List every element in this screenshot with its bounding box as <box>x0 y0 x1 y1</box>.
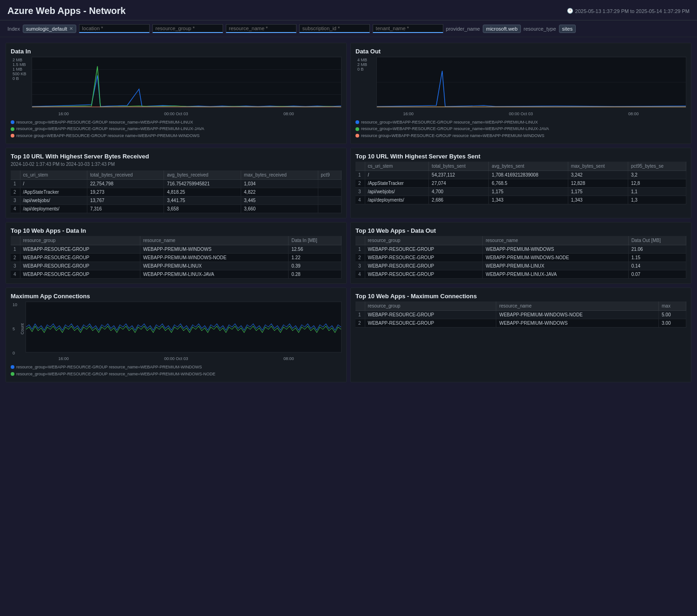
resource-type-tag[interactable]: sites <box>559 25 576 33</box>
data-in-panel: Data In 2 MB 1.5 MB 1 MB 500 KB 0 B <box>6 43 347 144</box>
legend-dot-out-2 <box>355 127 359 131</box>
subscription-id-input[interactable] <box>299 24 370 33</box>
col-num <box>355 301 365 311</box>
table-header-row: resource_group resource_name max <box>355 301 686 311</box>
col-resource-group: resource_group <box>20 236 140 245</box>
col-total-bytes-sent: total_bytes_sent <box>429 162 489 171</box>
pct95: 1,1 <box>628 188 686 196</box>
legend-dot-out-3 <box>355 134 359 138</box>
top10-max-connections-table: resource_group resource_name max 1 WEBAP… <box>355 301 686 328</box>
index-tag[interactable]: sumologic_default ✕ <box>23 25 76 33</box>
total-bytes-sent: 27,074 <box>429 179 489 188</box>
legend-dot-1 <box>11 120 14 124</box>
top10-url-received-title: Top 10 URL With Highest Server Bytes Rec… <box>11 153 342 160</box>
index-tag-close[interactable]: ✕ <box>69 26 73 31</box>
table-row: 2 WEBAPP-RESOURCE-GROUP WEBAPP-PREMIUM-W… <box>11 254 342 262</box>
table-row: 3 WEBAPP-RESOURCE-GROUP WEBAPP-PREMIUM-L… <box>11 262 342 270</box>
resource-group-input[interactable] <box>152 24 223 33</box>
top10-max-connections-title: Top 10 Web Apps - Maximum Connections <box>355 293 686 300</box>
pct <box>318 197 341 205</box>
resource-name: WEBAPP-PREMIUM-WINDOWS <box>140 245 288 254</box>
max-conn-legend: resource_group=WEBAPP-RESOURCE-GROUP res… <box>11 364 342 377</box>
data-out-x-labels: 16:00 00:00 Oct 03 08:00 <box>355 111 686 116</box>
main-content: Data In 2 MB 1.5 MB 1 MB 500 KB 0 B <box>0 37 697 388</box>
row-num: 3 <box>355 262 365 270</box>
top10-url-received-panel: Top 10 URL With Highest Server Bytes Rec… <box>6 148 347 218</box>
provider-name-tag[interactable]: microsoft.web <box>483 25 521 33</box>
row-num: 1 <box>355 311 365 319</box>
col-data-out: Data Out [MB] <box>628 236 686 245</box>
col-num <box>355 236 365 245</box>
pct <box>318 205 341 213</box>
table-header-row: cs_uri_stem total_bytes_sent avg_bytes_s… <box>355 162 686 171</box>
row-num: 1 <box>11 180 20 188</box>
cs-uri-stem: /api/deployments/ <box>365 196 429 204</box>
row-num: 2 <box>355 254 365 262</box>
row-num: 1 <box>11 245 20 254</box>
table-row: 4 WEBAPP-RESOURCE-GROUP WEBAPP-PREMIUM-L… <box>11 270 342 279</box>
location-input[interactable] <box>79 24 150 33</box>
resource-name: WEBAPP-PREMIUM-LINUX-JAVA <box>140 270 288 279</box>
row-num: 4 <box>355 196 365 204</box>
col-resource-name: resource_name <box>140 236 288 245</box>
legend-dot-conn-2 <box>11 372 14 376</box>
resource-group: WEBAPP-RESOURCE-GROUP <box>365 262 483 270</box>
top10-url-received-subtitle: 2024-10-02 1:37:43 PM to 2024-10-03 1:37… <box>11 162 342 167</box>
avg-bytes-sent: 1,175 <box>489 188 568 196</box>
row-num: 4 <box>355 270 365 279</box>
table-header-row: cs_uri_stem total_bytes_received avg_byt… <box>11 170 342 180</box>
max-bytes: 1,034 <box>241 180 318 188</box>
cs-uri-stem: /api/webjobs/ <box>365 188 429 196</box>
row-num: 2 <box>11 188 20 197</box>
table-row: 1 WEBAPP-RESOURCE-GROUP WEBAPP-PREMIUM-W… <box>355 245 686 254</box>
table-row: 4 /api/deployments/ 2,686 1,343 1,343 1,… <box>355 196 686 204</box>
max-val: 3.00 <box>659 319 686 328</box>
avg-bytes: 3,658 <box>164 205 241 213</box>
resource-group: WEBAPP-RESOURCE-GROUP <box>365 245 483 254</box>
total-bytes: 19,273 <box>87 188 164 197</box>
max-bytes: 3,445 <box>241 197 318 205</box>
col-max: max <box>659 301 686 311</box>
table-row: 4 /api/deployments/ 7,316 3,658 3,660 <box>11 205 342 213</box>
data-in-legend: resource_group=WEBAPP-RESOURCE-GROUP res… <box>11 119 342 139</box>
col-num <box>11 170 20 180</box>
max-bytes-sent: 1,175 <box>568 188 628 196</box>
cs-uri-stem: / <box>20 180 87 188</box>
clock-icon: 🕐 <box>567 8 573 14</box>
pct95: 12,8 <box>628 179 686 188</box>
data-out-val: 21.06 <box>628 245 686 254</box>
col-cs-uri-stem: cs_uri_stem <box>365 162 429 171</box>
avg-bytes: 4,818.25 <box>164 188 241 197</box>
resource-group: WEBAPP-RESOURCE-GROUP <box>20 270 140 279</box>
resource-group: WEBAPP-RESOURCE-GROUP <box>20 245 140 254</box>
table-row: 3 /api/webjobs/ 4,700 1,175 1,175 1,1 <box>355 188 686 196</box>
page-header: Azure Web Apps - Network 🕐 2025-05-13 1:… <box>0 0 697 20</box>
row-num: 2 <box>355 319 365 328</box>
resource-name: WEBAPP-PREMIUM-WINDOWS-NODE <box>496 311 659 319</box>
data-out-panel: Data Out 4 MB 2 MB 0 B 16:00 00:00 Oc <box>350 43 691 144</box>
resource-name: WEBAPP-PREMIUM-WINDOWS-NODE <box>483 254 628 262</box>
col-data-in: Data In [MB] <box>289 236 342 245</box>
pct <box>318 180 341 188</box>
resource-name: WEBAPP-PREMIUM-WINDOWS-NODE <box>140 254 288 262</box>
legend-dot-conn-1 <box>11 365 14 369</box>
data-out-y-labels: 4 MB 2 MB 0 B <box>355 57 376 72</box>
max-connections-title: Maximum App Connections <box>11 293 342 300</box>
data-in-val: 0.39 <box>289 262 342 270</box>
top10-url-sent-panel: Top 10 URL With Highest Server Bytes Sen… <box>350 148 691 218</box>
row-num: 3 <box>355 188 365 196</box>
data-in-x-labels: 16:00 00:00 Oct 03 08:00 <box>11 111 342 116</box>
table-header-row: resource_group resource_name Data Out [M… <box>355 236 686 245</box>
col-resource-name: resource_name <box>496 301 659 311</box>
avg-bytes-sent: 1,708.4169212839008 <box>489 171 568 179</box>
resource-name-input[interactable] <box>226 24 296 33</box>
resource-name: WEBAPP-PREMIUM-LINUX-JAVA <box>483 270 628 279</box>
data-out-val: 1.15 <box>628 254 686 262</box>
top10-webapps-in-table: resource_group resource_name Data In [MB… <box>11 236 342 279</box>
col-avg-bytes: avg_bytes_received <box>164 170 241 180</box>
table-row: 1 WEBAPP-RESOURCE-GROUP WEBAPP-PREMIUM-W… <box>355 311 686 319</box>
tenant-name-input[interactable] <box>373 24 443 33</box>
data-in-y-labels: 2 MB 1.5 MB 1 MB 500 KB 0 B <box>11 57 32 82</box>
cs-uri-stem: /api/webjobs/ <box>20 197 87 205</box>
cs-uri-stem: /api/deployments/ <box>20 205 87 213</box>
